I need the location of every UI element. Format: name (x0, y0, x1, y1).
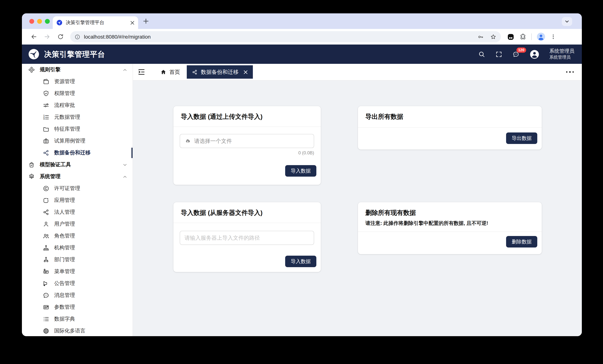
cloud-upload-icon (185, 138, 191, 144)
user-icon (43, 221, 49, 228)
new-tab-button[interactable] (143, 18, 149, 24)
close-window-button[interactable] (29, 19, 34, 23)
dark-extension-icon[interactable] (507, 33, 515, 41)
back-icon[interactable] (30, 34, 37, 40)
sidebar-item-permission-mgmt[interactable]: 权限管理 (22, 88, 133, 100)
share-icon (43, 149, 49, 156)
tab-data-migration[interactable]: 数据备份和迁移 (187, 65, 253, 79)
main-area: 首页 数据备份和迁移 导入数据 (通过上传文件导入) (133, 64, 582, 336)
sidebar-item-model-validation-tools[interactable]: 模型验证工具 (22, 159, 133, 171)
sidebar-item-data-backup-migration[interactable]: 数据备份和迁移 (22, 147, 133, 159)
app-title: 决策引擎管理平台 (44, 49, 105, 59)
messages-button[interactable]: 120 (512, 51, 519, 58)
sidebar-item-label: 许可证管理 (54, 185, 80, 192)
share-icon (43, 209, 49, 216)
chevron-up-icon (123, 174, 127, 179)
user-info[interactable]: 系统管理员 系统管理员 (549, 48, 574, 60)
sidebar-item-label: 数据字典 (54, 316, 75, 322)
sidebar-item-label: 消息管理 (54, 292, 75, 299)
sidebar-item-announcement-mgmt[interactable]: 公告管理 (22, 278, 133, 289)
menu-card-icon (43, 268, 49, 275)
dept-tree-icon (43, 256, 49, 263)
share-icon (192, 69, 197, 75)
browser-tab[interactable]: 决策引擎管理平台 (53, 16, 138, 29)
sidebar-item-feature-lib-mgmt[interactable]: 特征库管理 (22, 123, 133, 135)
sidebar-item-i18n[interactable]: 国际化多语言 (22, 325, 133, 336)
reload-icon[interactable] (57, 34, 64, 40)
card-export-all: 导出所有数据 导出数据 (358, 106, 542, 149)
sidebar-item-label: 角色管理 (54, 233, 75, 239)
minimize-window-button[interactable] (37, 19, 42, 23)
delete-data-button[interactable]: 删除数据 (506, 236, 537, 248)
sidebar-item-menu-mgmt[interactable]: 菜单管理 (22, 266, 133, 278)
import-data-server-button[interactable]: 导入数据 (285, 256, 316, 267)
browser-menu-icon[interactable] (550, 34, 556, 40)
sidebar-item-label: 系统管理 (40, 173, 60, 180)
folder-icon (43, 126, 49, 133)
tab-search-button[interactable] (562, 17, 572, 26)
user-avatar[interactable] (529, 49, 539, 59)
sidebar-item-label: 参数管理 (54, 304, 75, 311)
zoom-window-button[interactable] (45, 19, 50, 23)
chat-dots-icon (43, 292, 49, 299)
user-role: 系统管理员 (549, 55, 574, 60)
address-bar[interactable]: localhost:8080/#/re/migration (70, 31, 501, 42)
sidebar-item-message-mgmt[interactable]: 消息管理 (22, 289, 133, 301)
sidebar-item-rule-engine[interactable]: 规则引擎 (22, 64, 133, 76)
sidebar-item-label: 模型验证工具 (40, 161, 71, 168)
import-data-button[interactable]: 导入数据 (285, 165, 316, 177)
sidebar-item-license-mgmt[interactable]: 许可证管理 (22, 182, 133, 194)
sidebar-item-label: 特征库管理 (54, 126, 80, 133)
sidebar-item-trial-case-mgmt[interactable]: 试算用例管理 (22, 135, 133, 147)
card-title: 导入数据 (通过上传文件导入) (181, 113, 263, 120)
site-info-icon[interactable] (75, 34, 80, 40)
forward-icon[interactable] (44, 34, 50, 40)
sidebar-item-dept-mgmt[interactable]: 部门管理 (22, 254, 133, 266)
sidebar-item-app-mgmt[interactable]: 应用管理 (22, 194, 133, 206)
sidebar-item-data-dictionary[interactable]: 数据字典 (22, 313, 133, 325)
svg-text:3: 3 (44, 118, 45, 120)
url-text: localhost:8080/#/re/migration (84, 34, 477, 40)
fullscreen-icon[interactable] (495, 51, 502, 58)
file-select-field[interactable]: 请选择一个文件 (180, 134, 314, 148)
close-icon[interactable] (244, 70, 247, 74)
sidebar-item-label: 试算用例管理 (54, 138, 85, 144)
tab-close-icon[interactable] (130, 21, 134, 25)
sidebar-item-label: 机构管理 (54, 245, 75, 251)
export-data-button[interactable]: 导出数据 (506, 133, 537, 144)
sidebar-item-legal-entity-mgmt[interactable]: 法人管理 (22, 206, 133, 218)
collapse-sidebar-icon[interactable] (137, 68, 146, 76)
sidebar-item-role-mgmt[interactable]: 角色管理 (22, 230, 133, 242)
extensions-puzzle-icon[interactable] (520, 33, 526, 40)
server-path-input[interactable] (180, 231, 314, 245)
bookmark-star-icon[interactable] (490, 34, 497, 40)
tab-options-menu[interactable] (566, 71, 574, 73)
sidebar-item-metadata-mgmt[interactable]: 123 元数据管理 (22, 111, 133, 123)
sidebar-item-user-mgmt[interactable]: 用户管理 (22, 218, 133, 230)
tab-home[interactable]: 首页 (158, 64, 182, 80)
profile-avatar-icon[interactable] (536, 32, 545, 41)
gear-icon (28, 173, 35, 180)
sidebar-item-system-mgmt[interactable]: 系统管理 (22, 171, 133, 182)
tab-data-migration-label: 数据备份和迁移 (201, 68, 239, 76)
tab-home-label: 首页 (169, 68, 180, 76)
sidebar-item-process-approval[interactable]: 流程审批 (22, 100, 133, 111)
sidebar-item-label: 资源管理 (54, 78, 75, 85)
sidebar-item-label: 部门管理 (54, 256, 75, 263)
sidebar-item-org-mgmt[interactable]: 机构管理 (22, 242, 133, 254)
delete-warning-text: 请注意: 此操作将删除引擎中配置的所有数据, 且不可逆! (365, 220, 534, 227)
password-key-icon[interactable] (477, 34, 484, 40)
file-select-placeholder: 请选择一个文件 (194, 137, 232, 145)
card-title: 导出所有数据 (365, 113, 403, 120)
search-icon[interactable] (478, 51, 485, 58)
sidebar-item-resource-mgmt[interactable]: 资源管理 (22, 76, 133, 88)
sidebar-item-param-mgmt[interactable]: 参数管理 (22, 301, 133, 313)
card-title: 删除所有现有数据 (365, 208, 534, 217)
cluster-icon (28, 67, 35, 73)
card-import-upload: 导入数据 (通过上传文件导入) 请选择一个文件 0 (0.0B) 导入数据 (174, 106, 321, 185)
user-name: 系统管理员 (549, 48, 574, 55)
bag-check-icon (28, 161, 35, 168)
sliders-icon (43, 102, 49, 109)
sidebar-item-label: 用户管理 (54, 221, 75, 228)
macos-traffic-lights (29, 19, 50, 23)
